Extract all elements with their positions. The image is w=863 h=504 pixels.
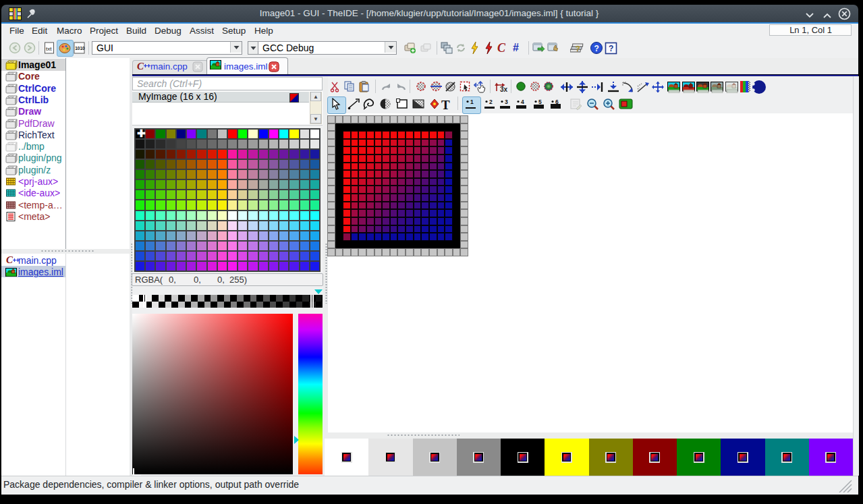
svg-text:?: ?: [594, 44, 599, 53]
svg-text:?: ?: [576, 45, 580, 53]
svg-text:1: 1: [470, 99, 474, 105]
svg-text:5: 5: [538, 99, 542, 105]
svg-text:2: 2: [489, 99, 493, 105]
svg-text:3x: 3x: [500, 86, 508, 93]
svg-text:txt: txt: [46, 46, 52, 52]
svg-text:1010: 1010: [75, 46, 85, 51]
svg-text:4: 4: [521, 99, 524, 105]
svg-text:3: 3: [505, 99, 508, 105]
svg-text:?: ?: [609, 44, 613, 53]
